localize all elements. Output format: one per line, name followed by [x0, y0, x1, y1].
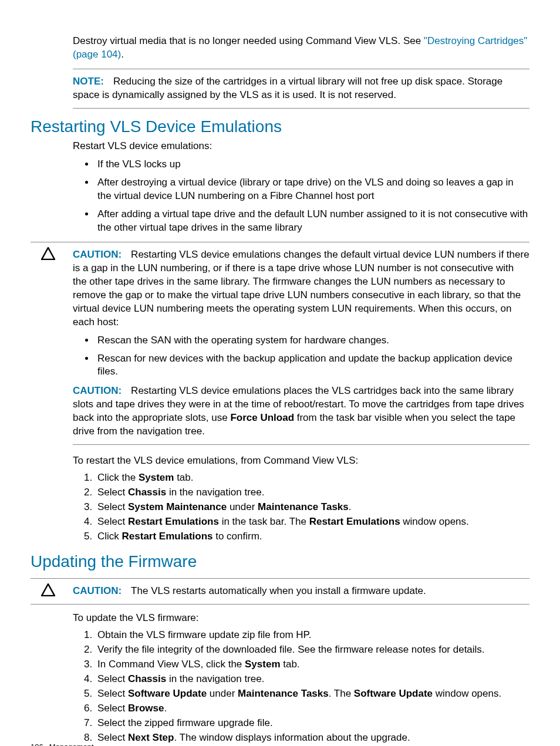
step-text: Select — [97, 703, 128, 714]
list-item: Select the zipped firmware upgrade file. — [95, 717, 529, 730]
step-text: Select the zipped firmware upgrade file. — [97, 717, 273, 728]
heading-restarting-vls: Restarting VLS Device Emulations — [31, 117, 529, 137]
page-number: 106 — [31, 742, 43, 746]
section1-procedure: To restart the VLS device emulations, fr… — [73, 454, 529, 544]
caution2-bold: Force Unload — [230, 412, 294, 423]
step-text: Click — [97, 531, 122, 542]
step-bold: Browse — [128, 703, 164, 714]
step-bold: System Maintenance — [128, 501, 227, 512]
list-item: Select Restart Emulations in the task ba… — [95, 515, 529, 529]
caution-triangle-icon — [41, 247, 55, 260]
list-item: Click Restart Emulations to confirm. — [95, 530, 529, 544]
footer-section: Management — [49, 742, 94, 746]
section1-procedure-lead: To restart the VLS device emulations, fr… — [73, 454, 529, 468]
list-item: Select Chassis in the navigation tree. — [95, 673, 529, 686]
page: Destroy virtual media that is no longer … — [0, 0, 560, 746]
step-text: Obtain the VLS firmware update zip file … — [97, 629, 311, 640]
step-bold: Restart Emulations — [122, 531, 213, 542]
step-text: in the navigation tree. — [166, 673, 264, 684]
list-item: After adding a virtual tape drive and th… — [95, 208, 529, 235]
caution2-paragraph: CAUTION:Restarting VLS device emulations… — [73, 384, 529, 438]
step-text: Select — [97, 688, 128, 699]
section2-procedure-lead: To update the VLS firmware: — [73, 612, 529, 625]
section1-body: Restart VLS device emulations: If the VL… — [73, 140, 529, 235]
list-item: In Command View VLS, click the System ta… — [95, 658, 529, 671]
caution-label: CAUTION: — [73, 585, 122, 596]
list-item: Select Software Update under Maintenance… — [95, 687, 529, 701]
list-item: Obtain the VLS firmware update zip file … — [95, 629, 529, 642]
page-footer: 106Management — [31, 742, 94, 746]
section2-procedure: To update the VLS firmware: Obtain the V… — [73, 612, 529, 746]
caution-content: CAUTION:The VLS restarts automatically w… — [73, 582, 529, 600]
step-text: . The window displays information about … — [174, 732, 410, 743]
step-text: under — [207, 688, 238, 699]
list-item: Select Chassis in the navigation tree. — [95, 486, 529, 499]
list-item: Verify the file integrity of the downloa… — [95, 643, 529, 657]
step-text: . — [164, 703, 167, 714]
section1-steps: Click the System tab. Select Chassis in … — [73, 471, 529, 544]
step-bold: System — [245, 659, 280, 670]
step-bold: Next Step — [128, 732, 174, 743]
step-text: Select — [97, 516, 128, 527]
note-text: Reducing the size of the cartridges in a… — [73, 76, 502, 100]
step-bold: Maintenance Tasks — [258, 501, 349, 512]
note-label: NOTE: — [73, 76, 104, 87]
step-text: tab. — [174, 472, 193, 483]
caution-label: CAUTION: — [73, 385, 122, 396]
step-bold: Restart Emulations — [128, 516, 219, 527]
step-bold: Software Update — [354, 688, 433, 699]
list-item: If the VLS locks up — [95, 158, 529, 171]
caution-icon-col — [31, 246, 73, 262]
intro-text-a: Destroy virtual media that is no longer … — [73, 35, 424, 46]
list-item: Click the System tab. — [95, 471, 529, 485]
caution-triangle-icon — [41, 583, 55, 596]
section2-steps: Obtain the VLS firmware update zip file … — [73, 629, 529, 746]
step-bold: Restart Emulations — [309, 516, 400, 527]
caution-block-1: CAUTION:Restarting VLS device emulations… — [31, 242, 529, 452]
caution-content: CAUTION:Restarting VLS device emulations… — [73, 246, 529, 452]
step-text: Click the — [97, 472, 139, 483]
caution1-text: Restarting VLS device emulations changes… — [73, 249, 529, 328]
step-text: tab. — [281, 659, 300, 670]
step-text: Select — [97, 501, 128, 512]
step-bold: Chassis — [128, 673, 166, 684]
caution-block-3: CAUTION:The VLS restarts automatically w… — [31, 578, 529, 605]
step-text: window opens. — [400, 516, 469, 527]
step-bold: Chassis — [128, 487, 166, 498]
section1-bullet-list: If the VLS locks up After destroying a v… — [73, 158, 529, 235]
intro-block: Destroy virtual media that is no longer … — [73, 35, 529, 109]
caution3-paragraph: CAUTION:The VLS restarts automatically w… — [73, 585, 529, 598]
heading-updating-firmware: Updating the Firmware — [31, 552, 529, 572]
list-item: After destroying a virtual device (libra… — [95, 176, 529, 203]
step-text: under — [227, 501, 258, 512]
list-item: Rescan for new devices with the backup a… — [95, 352, 529, 379]
note-block: NOTE:Reducing the size of the cartridges… — [73, 69, 529, 109]
step-bold: Software Update — [128, 688, 207, 699]
list-item: Rescan the SAN with the operating system… — [95, 334, 529, 347]
step-text: in the task bar. The — [219, 516, 309, 527]
caution-icon-col — [31, 582, 73, 599]
step-text: In Command View VLS, click the — [97, 659, 245, 670]
intro-text-b: . — [121, 49, 124, 60]
list-item: Select Next Step. The window displays in… — [95, 731, 529, 745]
step-text: to confirm. — [213, 531, 262, 542]
step-text: . The — [329, 688, 354, 699]
list-item: Select System Maintenance under Maintena… — [95, 501, 529, 514]
step-text: Select — [97, 487, 128, 498]
caution-label: CAUTION: — [73, 249, 122, 260]
list-item: Select Browse. — [95, 702, 529, 715]
section1-lead: Restart VLS device emulations: — [73, 140, 529, 153]
step-text: window opens. — [433, 688, 501, 699]
caution1-paragraph: CAUTION:Restarting VLS device emulations… — [73, 248, 529, 329]
caution3-text: The VLS restarts automatically when you … — [131, 585, 426, 596]
step-text: . — [349, 501, 352, 512]
note-paragraph: NOTE:Reducing the size of the cartridges… — [73, 75, 529, 102]
intro-paragraph: Destroy virtual media that is no longer … — [73, 35, 529, 62]
step-text: in the navigation tree. — [166, 487, 264, 498]
step-text: Select — [97, 673, 128, 684]
caution1-bullet-list: Rescan the SAN with the operating system… — [73, 334, 529, 379]
caution-block-2: CAUTION:Restarting VLS device emulations… — [73, 384, 529, 445]
step-text: Verify the file integrity of the downloa… — [97, 644, 485, 655]
step-bold: Maintenance Tasks — [238, 688, 329, 699]
step-text: Select — [97, 732, 128, 743]
